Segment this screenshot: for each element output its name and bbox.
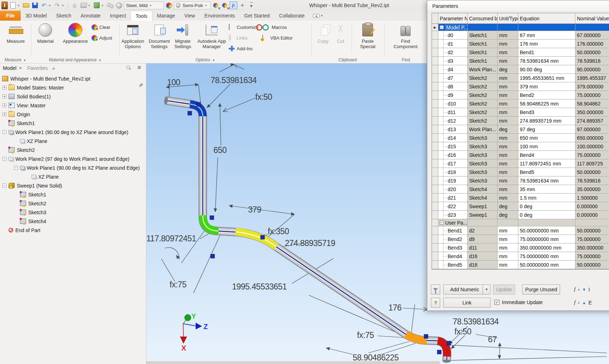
- tree-item-xz-plane[interactable]: XZ Plane: [0, 137, 146, 145]
- cell-unit-type[interactable]: mm: [498, 159, 518, 168]
- material-combo[interactable]: Steel, Mild▾: [124, 1, 164, 9]
- filter-button[interactable]: [431, 284, 440, 294]
- cell-parameter-name[interactable]: Bend5: [438, 261, 468, 269]
- cell-nominal-value[interactable]: 97.000000: [575, 125, 609, 134]
- add-browser-tab-icon[interactable]: +: [52, 65, 55, 71]
- cell-unit-type[interactable]: mm: [498, 82, 518, 91]
- edit-pencil-icon[interactable]: ✎: [138, 83, 144, 88]
- tree-item-sketch3[interactable]: Sketch3: [0, 208, 146, 217]
- cell-parameter-name[interactable]: −User Pa...: [438, 219, 468, 226]
- new-document-icon[interactable]: [9, 1, 17, 9]
- cell-unit-type[interactable]: mm: [498, 108, 518, 117]
- parameter-row-d19[interactable]: d19Sketch3mm78.53981634 mm78.539816: [432, 176, 609, 185]
- cell-parameter-name[interactable]: d13: [438, 125, 468, 134]
- cell-unit-type[interactable]: mm: [498, 142, 518, 151]
- cell-unit-type[interactable]: deg: [498, 202, 518, 211]
- cell-consumed-by[interactable]: Sketch4: [468, 185, 498, 194]
- cell-unit-type[interactable]: mm: [498, 185, 518, 194]
- parameter-row-d4[interactable]: d4Work Plan...deg90.00 deg90.000000: [432, 65, 609, 74]
- cell-nominal-value[interactable]: 350.000000: [575, 243, 609, 252]
- clear-appearance-icon[interactable]: ✕: [221, 1, 228, 9]
- tab-tools[interactable]: Tools: [131, 11, 152, 21]
- open-icon[interactable]: [22, 1, 30, 9]
- parameter-row-bend5[interactable]: Bend5d18mm50.00000000 mm50.000000: [432, 261, 609, 269]
- cell-parameter-name[interactable]: −Model P...: [438, 24, 468, 31]
- tab-sketch[interactable]: Sketch: [51, 11, 76, 21]
- parameter-row-d12[interactable]: d12Sketch2mm274.88935719 mm274.889357: [432, 117, 609, 125]
- cell-parameter-name[interactable]: d20: [438, 185, 468, 194]
- cell-equation[interactable]: 78.53981634 mm: [518, 176, 575, 185]
- cell-equation[interactable]: 350.00000000 mm: [518, 243, 575, 252]
- cell-parameter-name[interactable]: Bend3: [438, 243, 468, 252]
- expand-icon[interactable]: +: [2, 103, 6, 107]
- cell-parameter-name[interactable]: d8: [438, 82, 468, 91]
- cell-parameter-name[interactable]: d19: [438, 176, 468, 185]
- cell-consumed-by[interactable]: Sketch3: [468, 151, 498, 159]
- parameter-row-bend1[interactable]: Bend1d2mm50.00000000 mm50.000000: [432, 226, 609, 235]
- cell-consumed-by[interactable]: Sketch2: [468, 108, 498, 117]
- tree-item-work-plane2-97-deg-to-work-plane1-around-edge[interactable]: −Work Plane2 (97 deg to Work Plane1 arou…: [0, 154, 146, 163]
- tab-annotate[interactable]: Annotate: [76, 11, 105, 21]
- tab-get-started[interactable]: Get Started: [240, 11, 275, 21]
- cell-unit-type[interactable]: [498, 219, 518, 226]
- tab-manage[interactable]: Manage: [152, 11, 180, 21]
- parameter-row-d11[interactable]: d11Sketch2mmBend3350.000000: [432, 108, 609, 117]
- cell-equation[interactable]: Bend4: [518, 151, 575, 159]
- cell-nominal-value[interactable]: 58.904862: [575, 99, 609, 108]
- parameter-row-d7[interactable]: d7Sketch2mm1995.45533651 mm1995.455337: [432, 74, 609, 82]
- cell-nominal-value[interactable]: 176.000000: [575, 40, 609, 48]
- undo-icon[interactable]: ↶: [40, 1, 48, 9]
- new-document-caret-icon[interactable]: ▾: [18, 4, 21, 7]
- cell-parameter-name[interactable]: d3: [438, 57, 468, 65]
- dimension-label[interactable]: fx:75: [357, 330, 374, 340]
- group-label-find[interactable]: Find: [385, 57, 427, 62]
- help-button[interactable]: ?: [431, 298, 440, 308]
- physical-material-icon[interactable]: [115, 1, 123, 9]
- parameter-row-d17[interactable]: d17Sketch3mm117.80972451 mm117.809725: [432, 159, 609, 168]
- collapse-icon[interactable]: −: [440, 25, 444, 29]
- cell-nominal-value[interactable]: 50.000000: [575, 261, 609, 269]
- cell-parameter-name[interactable]: d11: [438, 108, 468, 117]
- cell-unit-type[interactable]: mm: [498, 151, 518, 159]
- cell-consumed-by[interactable]: Sketch1: [468, 40, 498, 48]
- export-parameters-button[interactable]: fx▲E: [574, 299, 592, 306]
- coordinate-triad[interactable]: Y Z X: [180, 312, 208, 352]
- checkbox-checked-icon[interactable]: ✓: [494, 300, 499, 305]
- parameter-row-model-p-[interactable]: ▶−Model P...: [432, 24, 609, 31]
- paste-special-button[interactable]: Paste Special: [355, 22, 380, 49]
- appearance-button[interactable]: Appearance: [61, 22, 90, 44]
- cell-equation[interactable]: 650 mm: [518, 134, 575, 142]
- cell-parameter-name[interactable]: d16: [438, 151, 468, 159]
- select-caret-icon[interactable]: ▾: [102, 4, 105, 7]
- parameter-row-bend3[interactable]: Bend3d11mm350.00000000 mm350.000000: [432, 243, 609, 252]
- tab-inspect[interactable]: Inspect: [105, 11, 131, 21]
- cell-consumed-by[interactable]: Sketch3: [468, 168, 498, 176]
- parameter-row-user-pa-[interactable]: −User Pa...: [432, 219, 609, 226]
- add-qat-icon[interactable]: +: [238, 1, 246, 9]
- link-button[interactable]: Link: [443, 298, 490, 308]
- dimension-label[interactable]: 100: [167, 78, 180, 87]
- parameter-row-d0[interactable]: d0Sketch1mm67 mm67.000000: [432, 31, 609, 40]
- cell-consumed-by[interactable]: Work Plan...: [468, 125, 498, 134]
- cell-equation[interactable]: 117.80972451 mm: [518, 159, 575, 168]
- component-select-icon[interactable]: [93, 1, 101, 9]
- cell-equation[interactable]: 50.00000000 mm: [518, 226, 575, 235]
- dimension-label[interactable]: 67: [488, 335, 497, 344]
- cell-consumed-by[interactable]: Sketch1: [468, 31, 498, 40]
- cell-unit-type[interactable]: mm: [498, 168, 518, 176]
- macros-button[interactable]: Macros: [262, 24, 287, 30]
- cell-unit-type[interactable]: mm: [498, 235, 518, 243]
- cell-unit-type[interactable]: deg: [498, 65, 518, 74]
- cell-consumed-by[interactable]: [468, 24, 498, 31]
- group-label-clipboard[interactable]: Clipboard: [312, 57, 384, 62]
- cell-nominal-value[interactable]: 100.000000: [575, 142, 609, 151]
- cell-consumed-by[interactable]: Sketch1: [468, 57, 498, 65]
- tab-environments[interactable]: Environments: [200, 11, 240, 21]
- expand-icon[interactable]: +: [2, 94, 6, 98]
- appearance-combo[interactable]: Semi-Polish▾: [174, 1, 211, 9]
- collapse-icon[interactable]: −: [2, 157, 6, 161]
- cell-consumed-by[interactable]: d11: [468, 243, 498, 252]
- cell-nominal-value[interactable]: 75.000000: [575, 91, 609, 99]
- group-label-options[interactable]: Options ▼: [184, 57, 227, 62]
- dialog-title[interactable]: Parameters: [427, 0, 609, 12]
